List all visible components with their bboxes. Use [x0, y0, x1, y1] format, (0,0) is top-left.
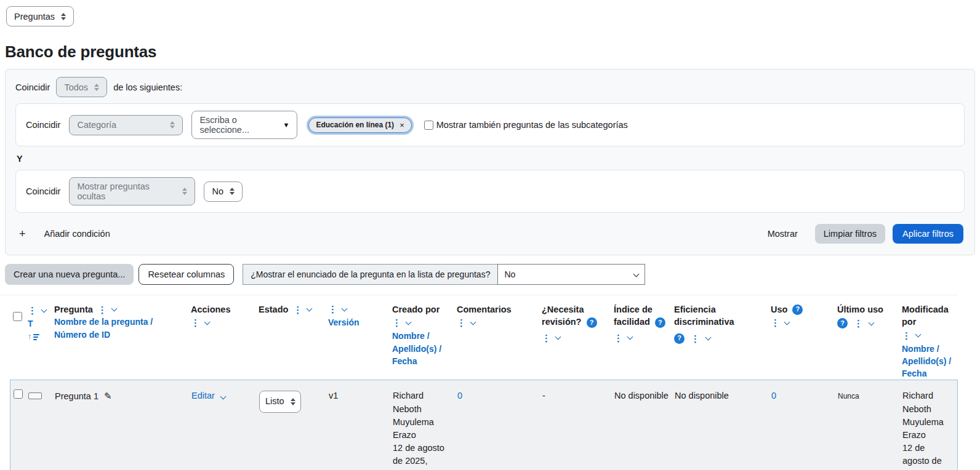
- chevron-down-icon[interactable]: [869, 319, 875, 325]
- column-menu-icon[interactable]: ⋮: [542, 333, 551, 343]
- status-select[interactable]: Listo: [259, 391, 301, 412]
- subcategories-checkbox[interactable]: [424, 121, 433, 130]
- column-menu-icon[interactable]: ⋮: [328, 305, 337, 314]
- sort-by-type-link[interactable]: T: [28, 317, 49, 330]
- show-link[interactable]: Mostrar: [768, 229, 798, 239]
- select-updown-icon: [170, 121, 175, 129]
- last-used-column-label: Último uso: [837, 305, 883, 314]
- facility-column-label: Índice de facilidad: [614, 305, 653, 327]
- chevron-down-icon[interactable]: [555, 334, 561, 340]
- help-icon[interactable]: ?: [674, 333, 685, 344]
- sort-asc-icon[interactable]: ↑: [28, 332, 39, 340]
- following-label: de los siguientes:: [113, 82, 182, 92]
- apply-filters-button[interactable]: Aplicar filtros: [893, 224, 963, 244]
- condition-type-select[interactable]: Categoría: [69, 115, 183, 135]
- condition-type-select[interactable]: Mostrar preguntas ocultas: [69, 177, 195, 205]
- sort-by-version-link[interactable]: Versión: [328, 316, 387, 329]
- discrimination-column-header: Eficiencia discriminativa ? ⋮: [674, 295, 771, 380]
- sort-by-lastname-link[interactable]: Apellido(s) /: [392, 343, 452, 355]
- reset-columns-button[interactable]: Resetear columnas: [139, 264, 234, 285]
- needs-review-cell: -: [542, 380, 614, 470]
- match-label: Coincidir: [26, 120, 60, 130]
- filter-condition-hidden: Coincidir Mostrar preguntas ocultas No: [15, 170, 965, 213]
- created-by-name: Richard Neboth Muyulema Erazo: [393, 389, 451, 441]
- column-menu-icon[interactable]: ⋮: [293, 305, 302, 314]
- help-icon[interactable]: ?: [655, 317, 665, 328]
- sort-by-firstname-link[interactable]: Nombre /: [392, 330, 452, 342]
- sort-by-firstname-link[interactable]: Nombre /: [902, 343, 953, 355]
- chevron-down-icon[interactable]: [705, 335, 712, 341]
- create-question-button[interactable]: Crear una nueva pregunta...: [5, 264, 134, 285]
- hidden-questions-value-select[interactable]: No: [204, 181, 243, 202]
- question-bank-view-select[interactable]: Preguntas: [6, 6, 74, 26]
- column-menu-icon[interactable]: ⋮: [457, 318, 466, 327]
- status-value: Listo: [265, 395, 284, 408]
- table-header-row: ⋮ T ↑ Pregunta ⋮ Nombre de la pregunta /…: [10, 295, 958, 380]
- column-menu-icon[interactable]: ⋮: [614, 333, 623, 343]
- sort-by-date-link[interactable]: Fecha: [392, 355, 452, 367]
- chevron-down-icon[interactable]: [204, 319, 211, 325]
- edit-name-pencil-icon[interactable]: ✎: [104, 391, 112, 401]
- clear-filters-button[interactable]: Limpiar filtros: [815, 224, 885, 244]
- last-used-column-header: Último uso ? ⋮: [837, 295, 902, 380]
- last-used-cell: Nunca: [838, 380, 902, 470]
- column-menu-icon[interactable]: ⋮: [854, 319, 863, 328]
- chevron-down-icon[interactable]: [915, 332, 922, 338]
- row-select-checkbox[interactable]: [14, 389, 23, 399]
- column-menu-icon[interactable]: ⋮: [191, 318, 200, 327]
- sort-by-idnumber-link[interactable]: Número de ID: [54, 329, 186, 341]
- chevron-down-icon[interactable]: [111, 306, 117, 312]
- help-icon[interactable]: ?: [792, 305, 803, 315]
- discrimination-column-label: Eficiencia discriminativa: [674, 305, 734, 327]
- chevron-down-icon[interactable]: [627, 334, 633, 340]
- hidden-questions-value: No: [212, 186, 223, 196]
- select-updown-icon: [182, 188, 187, 195]
- created-by-date: 12 de agosto de 2025, 14:34: [393, 442, 451, 470]
- column-menu-icon[interactable]: ⋮: [902, 331, 911, 340]
- select-all-checkbox[interactable]: [13, 312, 22, 321]
- usage-column-header: Uso ? ⋮: [771, 295, 837, 380]
- column-menu-icon[interactable]: ⋮: [98, 305, 107, 314]
- filter-panel: Coincidir Todos de los siguientes: Coinc…: [5, 69, 975, 255]
- edit-menu-link[interactable]: Editar: [191, 391, 225, 400]
- select-updown-icon: [291, 398, 295, 405]
- condition-type-value: Categoría: [77, 120, 116, 130]
- chevron-down-icon[interactable]: [784, 319, 790, 325]
- created-by-cell: Richard Neboth Muyulema Erazo 12 de agos…: [393, 380, 457, 470]
- category-combobox[interactable]: Escriba o seleccione... ▼: [191, 111, 297, 139]
- sort-by-lastname-link[interactable]: Apellido(s) /: [902, 355, 953, 367]
- show-question-text-select[interactable]: No: [497, 264, 645, 285]
- comments-count-link[interactable]: 0: [457, 391, 462, 400]
- chevron-down-icon[interactable]: [342, 305, 348, 311]
- modified-by-name: Richard Neboth Muyulema Erazo: [902, 389, 952, 441]
- sort-by-name-link[interactable]: Nombre de la pregunta /: [54, 316, 186, 328]
- select-updown-icon: [61, 13, 66, 20]
- chevron-down-icon[interactable]: [41, 306, 47, 313]
- help-icon[interactable]: ?: [837, 318, 848, 329]
- column-menu-icon[interactable]: ⋮: [771, 318, 780, 327]
- needs-review-column-label: ¿Necesita revisión?: [542, 305, 584, 327]
- version-column-header: ⋮ Versión: [328, 295, 392, 380]
- chevron-down-icon: [220, 394, 226, 400]
- column-menu-icon[interactable]: ⋮: [691, 334, 700, 343]
- category-chip[interactable]: Educación en línea (1) ×: [308, 118, 411, 133]
- usage-count-link[interactable]: 0: [771, 391, 776, 400]
- show-question-text-value: No: [504, 269, 515, 279]
- plus-icon: +: [19, 228, 26, 241]
- add-condition-button[interactable]: + Añadir condición: [19, 228, 110, 241]
- chip-close-icon[interactable]: ×: [400, 121, 404, 130]
- column-menu-icon[interactable]: ⋮: [28, 306, 37, 315]
- help-icon[interactable]: ?: [587, 317, 597, 328]
- chevron-down-icon[interactable]: [470, 319, 476, 325]
- created-by-column-label: Creado por: [392, 305, 440, 314]
- match-select[interactable]: Todos: [56, 77, 107, 97]
- status-column-label: Estado: [259, 303, 288, 316]
- sort-by-date-link[interactable]: Fecha: [902, 367, 953, 380]
- show-question-text-label: ¿Mostrar el enunciado de la pregunta en …: [243, 264, 497, 285]
- chevron-down-icon[interactable]: [307, 306, 313, 312]
- question-table: ⋮ T ↑ Pregunta ⋮ Nombre de la pregunta /…: [0, 295, 958, 470]
- status-column-header: Estado ⋮: [259, 295, 328, 380]
- column-menu-icon[interactable]: ⋮: [392, 318, 401, 327]
- condition-type-value: Mostrar preguntas ocultas: [77, 181, 176, 201]
- chevron-down-icon[interactable]: [406, 319, 412, 325]
